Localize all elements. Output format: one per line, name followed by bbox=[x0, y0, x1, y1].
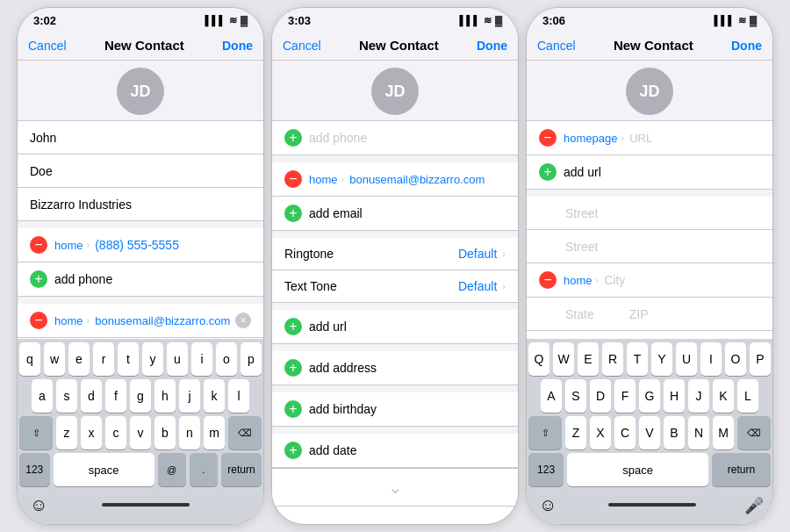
email-value-2[interactable]: bonusemail@bizzarro.com bbox=[349, 173, 485, 186]
key-C[interactable]: C bbox=[614, 416, 636, 449]
key-F[interactable]: F bbox=[614, 379, 636, 413]
key-u[interactable]: u bbox=[167, 342, 188, 376]
key-Q[interactable]: Q bbox=[528, 342, 549, 376]
address-city-row[interactable]: − home › City bbox=[527, 263, 772, 298]
add-address-button-2[interactable]: + bbox=[284, 359, 302, 377]
homepage-row[interactable]: − homepage › URL bbox=[527, 121, 772, 155]
add-phone-button-2[interactable]: + bbox=[284, 129, 302, 147]
clear-email-button[interactable]: × bbox=[235, 313, 251, 328]
key-W[interactable]: W bbox=[553, 342, 574, 376]
avatar-1[interactable]: JD bbox=[117, 68, 164, 115]
key-A[interactable]: A bbox=[541, 379, 562, 413]
key-g[interactable]: g bbox=[130, 379, 151, 413]
key-r[interactable]: r bbox=[93, 342, 114, 376]
company-field[interactable]: Bizzarro Industries bbox=[18, 188, 263, 221]
cancel-button-3[interactable]: Cancel bbox=[537, 39, 576, 53]
done-button-3[interactable]: Done bbox=[731, 39, 762, 53]
remove-homepage-button[interactable]: − bbox=[539, 129, 557, 147]
add-email-row-2[interactable]: + add email bbox=[272, 197, 518, 231]
add-url-row-3[interactable]: + add url bbox=[527, 155, 772, 190]
emoji-button-3[interactable]: ☺ bbox=[535, 492, 560, 519]
key-Z[interactable]: Z bbox=[565, 416, 586, 449]
avatar-3[interactable]: JD bbox=[626, 68, 673, 115]
add-date-row[interactable]: + add date bbox=[272, 434, 518, 468]
key-j[interactable]: j bbox=[179, 379, 200, 413]
key-a[interactable]: a bbox=[32, 379, 53, 413]
key-n[interactable]: n bbox=[179, 416, 200, 449]
key-at[interactable]: @ bbox=[158, 453, 186, 486]
key-o[interactable]: o bbox=[216, 342, 237, 376]
key-f[interactable]: f bbox=[105, 379, 126, 413]
key-L[interactable]: L bbox=[737, 379, 758, 413]
email-value[interactable]: bonusemail@bizzarro.com bbox=[95, 314, 230, 327]
add-birthday-label[interactable]: add birthday bbox=[309, 402, 377, 416]
key-N[interactable]: N bbox=[688, 416, 709, 449]
add-url-label-2[interactable]: add url bbox=[309, 320, 347, 334]
phone-tag[interactable]: home bbox=[54, 239, 83, 252]
key-return-3[interactable]: return bbox=[712, 453, 771, 486]
key-d[interactable]: d bbox=[81, 379, 102, 413]
key-J[interactable]: J bbox=[688, 379, 709, 413]
add-birthday-button[interactable]: + bbox=[284, 400, 302, 418]
key-t[interactable]: t bbox=[118, 342, 139, 376]
key-c[interactable]: c bbox=[105, 416, 126, 449]
avatar-2[interactable]: JD bbox=[371, 68, 419, 115]
remove-email-button-2[interactable]: − bbox=[284, 170, 302, 188]
key-l[interactable]: l bbox=[228, 379, 249, 413]
remove-phone-button[interactable]: − bbox=[30, 236, 47, 254]
key-s[interactable]: s bbox=[56, 379, 77, 413]
key-v[interactable]: v bbox=[130, 416, 151, 449]
add-date-button[interactable]: + bbox=[284, 442, 302, 459]
last-name-field[interactable]: Doe bbox=[18, 155, 263, 188]
key-x[interactable]: x bbox=[81, 416, 102, 449]
cancel-button-1[interactable]: Cancel bbox=[28, 39, 67, 53]
add-phone-label[interactable]: add phone bbox=[54, 272, 112, 286]
mic-icon[interactable]: 🎤 bbox=[744, 496, 764, 515]
key-R[interactable]: R bbox=[602, 342, 623, 376]
key-K[interactable]: K bbox=[713, 379, 734, 413]
state-zip-row[interactable]: State ZIP bbox=[527, 298, 772, 331]
emoji-button-1[interactable]: ☺ bbox=[26, 492, 51, 519]
add-url-button-2[interactable]: + bbox=[284, 318, 302, 335]
key-e[interactable]: e bbox=[68, 342, 90, 376]
key-S[interactable]: S bbox=[565, 379, 586, 413]
address-street2[interactable]: Street bbox=[527, 230, 772, 263]
key-123-3[interactable]: 123 bbox=[528, 453, 564, 486]
key-B[interactable]: B bbox=[664, 416, 685, 449]
url-placeholder[interactable]: URL bbox=[629, 132, 652, 145]
key-z[interactable]: z bbox=[56, 416, 77, 449]
key-M[interactable]: M bbox=[713, 416, 734, 449]
phone-row[interactable]: − home › (888) 555-5555 bbox=[18, 228, 263, 262]
homepage-tag[interactable]: homepage bbox=[564, 132, 617, 145]
add-date-label[interactable]: add date bbox=[309, 443, 357, 457]
done-button-2[interactable]: Done bbox=[477, 39, 507, 53]
country-row[interactable]: United States › bbox=[527, 331, 772, 339]
key-X[interactable]: X bbox=[590, 416, 611, 449]
key-P[interactable]: P bbox=[750, 342, 771, 376]
key-T[interactable]: T bbox=[627, 342, 648, 376]
key-O[interactable]: O bbox=[725, 342, 746, 376]
address-street1[interactable]: Street bbox=[527, 197, 772, 230]
add-email-button-2[interactable]: + bbox=[284, 205, 302, 222]
key-space-3[interactable]: space bbox=[567, 453, 708, 486]
add-phone-label-2[interactable]: add phone bbox=[309, 131, 367, 145]
key-backspace[interactable]: ⌫ bbox=[228, 416, 262, 449]
key-return[interactable]: return bbox=[221, 453, 262, 486]
key-k[interactable]: k bbox=[204, 379, 225, 413]
phone-value[interactable]: (888) 555-5555 bbox=[95, 238, 179, 252]
key-b[interactable]: b bbox=[154, 416, 176, 449]
key-w[interactable]: w bbox=[44, 342, 65, 376]
key-G[interactable]: G bbox=[639, 379, 660, 413]
email-row-2[interactable]: − home › bonusemail@bizzarro.com bbox=[272, 162, 518, 197]
done-button-1[interactable]: Done bbox=[222, 39, 253, 53]
add-birthday-row[interactable]: + add birthday bbox=[272, 392, 518, 427]
email-row[interactable]: − home › bonusemail@bizzarro.com × bbox=[18, 304, 263, 338]
key-p[interactable]: p bbox=[241, 342, 262, 376]
first-name-field[interactable]: John bbox=[18, 121, 263, 155]
add-phone-row[interactable]: + add phone bbox=[18, 262, 263, 297]
key-period[interactable]: . bbox=[190, 453, 218, 486]
key-shift-3[interactable]: ⇧ bbox=[528, 416, 562, 449]
key-D[interactable]: D bbox=[590, 379, 611, 413]
address-tag[interactable]: home bbox=[564, 274, 592, 287]
key-shift[interactable]: ⇧ bbox=[19, 416, 53, 449]
